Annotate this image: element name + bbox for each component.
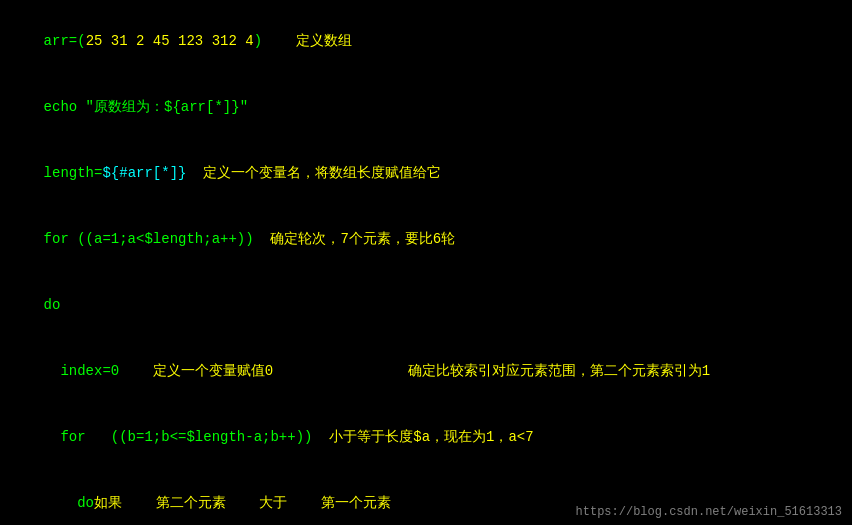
code-text: arr=(: [44, 33, 86, 49]
footer-url: https://blog.csdn.net/weixin_51613313: [576, 505, 842, 519]
code-line-5: do: [10, 272, 842, 338]
code-text: 定义数组: [262, 33, 352, 49]
code-text: do: [44, 297, 61, 313]
code-text: 确定轮次，7个元素，要比6轮: [270, 231, 455, 247]
code-line-1: arr=(25 31 2 45 123 312 4) 定义数组: [10, 8, 842, 74]
code-text: ${#arr[*]}: [102, 165, 186, 181]
code-text: 定义一个变量名，将数组长度赋值给它: [186, 165, 441, 181]
code-text: ): [254, 33, 262, 49]
code-text: 25 31 2 45 123 312 4: [86, 33, 254, 49]
code-line-4: for ((a=1;a<$length;a++)) 确定轮次，7个元素，要比6轮: [10, 206, 842, 272]
code-text: for ((a=1;a<$length;a++)): [44, 231, 271, 247]
code-text: length=: [44, 165, 103, 181]
code-line-3: length=${#arr[*]} 定义一个变量名，将数组长度赋值给它: [10, 140, 842, 206]
code-text: 小于等于长度$a，现在为1，a<7: [329, 429, 533, 445]
code-line-6: index=0 定义一个变量赋值0 确定比较索引对应元素范围，第二个元素索引为1: [10, 338, 842, 404]
code-text: index=0: [44, 363, 153, 379]
code-line-7: for ((b=1;b<=$length-a;b++)) 小于等于长度$a，现在…: [10, 404, 842, 470]
code-text: for ((b=1;b<=$length-a;b++)): [44, 429, 330, 445]
code-text: 如果 第二个元素 大于 第一个元素: [94, 495, 391, 511]
code-text: do: [44, 495, 94, 511]
code-text: 定义一个变量赋值0 确定比较索引对应元素范围，第二个元素索引为1: [153, 363, 710, 379]
terminal: arr=(25 31 2 45 123 312 4) 定义数组 echo "原数…: [0, 0, 852, 525]
code-line-2: echo "原数组为：${arr[*]}": [10, 74, 842, 140]
code-text: echo "原数组为：${arr[*]}": [44, 99, 248, 115]
